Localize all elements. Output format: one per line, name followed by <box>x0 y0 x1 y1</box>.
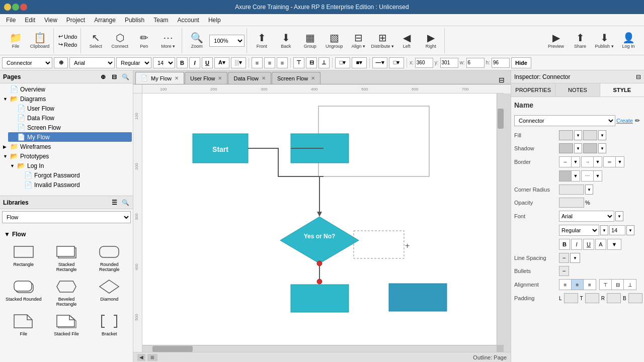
zoom-btn[interactable]: 🔍 Zoom <box>185 29 208 52</box>
pages-item-wireframes[interactable]: ▶ 📁 Wireframes <box>1 142 132 151</box>
align-center-btn[interactable]: ≡ <box>264 57 275 68</box>
shadow-arrow-2[interactable]: ▼ <box>598 143 606 153</box>
border-dash-arrow[interactable]: ▼ <box>594 171 602 181</box>
login-btn[interactable]: 👤 Log In <box>617 29 640 52</box>
canvas-menu-btn[interactable]: ⊟ <box>497 76 507 84</box>
padding-t-input[interactable] <box>585 293 599 303</box>
italic-btn[interactable]: I <box>189 57 200 68</box>
menu-view[interactable]: View <box>40 16 61 25</box>
publish-btn[interactable]: ⬇ Publish ▾ <box>593 29 616 52</box>
corner-radius-arrow[interactable]: ▼ <box>585 185 593 195</box>
pages-item-overview[interactable]: 📄 Overview <box>1 84 132 94</box>
highlight-btn[interactable]: ░▾ <box>231 57 246 68</box>
bullets-btn[interactable]: − <box>559 266 569 276</box>
valign-bottom-btn[interactable]: ⊥ <box>318 57 330 68</box>
ungroup-btn[interactable]: ▧ Ungroup <box>323 29 346 52</box>
x-input[interactable] <box>415 58 433 68</box>
scrollbar-h-thumb[interactable] <box>152 346 193 352</box>
align-mid-inspector[interactable]: ⊟ <box>612 280 624 290</box>
minimize-btn[interactable] <box>4 4 11 11</box>
inspector-tab-style[interactable]: STYLE <box>600 83 644 97</box>
inspector-tab-properties[interactable]: PROPERTIES <box>511 83 555 97</box>
shape-file[interactable]: File <box>3 311 44 338</box>
select-btn[interactable]: ↖ Select <box>84 29 107 52</box>
tab-close-screen-flow[interactable]: ✕ <box>311 75 315 81</box>
fill-swatch-2[interactable] <box>583 130 597 140</box>
shape-bracket[interactable]: Bracket <box>89 311 130 338</box>
lib-menu-icon[interactable]: ☰ <box>110 198 119 207</box>
font-size-arrow[interactable]: ▼ <box>626 225 634 235</box>
pages-add-icon[interactable]: ⊕ <box>99 72 108 81</box>
inspector-bold-btn[interactable]: B <box>559 239 570 250</box>
fill-arrow[interactable]: ▼ <box>574 130 582 140</box>
font-style-arrow[interactable]: ▼ <box>600 225 608 235</box>
menu-arrange[interactable]: Arrange <box>90 16 120 25</box>
line-style-btn[interactable]: —▾ <box>372 57 387 68</box>
bold-btn[interactable]: B <box>177 57 188 68</box>
canvas-main[interactable]: Start <box>142 94 504 352</box>
border-color-swatch[interactable] <box>559 171 572 181</box>
w-input[interactable] <box>466 58 485 68</box>
pages-item-screen-flow[interactable]: 📄 Screen Flow <box>8 123 132 132</box>
tab-close-user-flow[interactable]: ✕ <box>218 75 222 81</box>
shape-beveled-rectangle[interactable]: Beveled Rectangle <box>46 276 87 309</box>
menu-account[interactable]: Account <box>174 16 203 25</box>
scrollbar-v[interactable] <box>497 94 504 345</box>
preview-btn[interactable]: ▶ Preview <box>544 29 568 52</box>
valign-top-btn[interactable]: ⊤ <box>293 57 304 68</box>
opacity-input[interactable] <box>559 198 584 208</box>
fill-color-btn[interactable]: ■▾ <box>352 57 367 68</box>
border-type-arrow[interactable]: ▼ <box>572 157 580 167</box>
padding-r-input[interactable] <box>607 293 621 303</box>
shadow-arrow[interactable]: ▼ <box>574 143 582 153</box>
shadow-swatch-2[interactable] <box>583 143 597 153</box>
tab-close-my-flow[interactable]: ✕ <box>175 75 179 81</box>
menu-team[interactable]: Team <box>149 16 172 25</box>
fill-arrow-2[interactable]: ▼ <box>598 130 606 140</box>
pages-item-login[interactable]: ▼ 📂 Log In <box>8 161 132 170</box>
shape-stacked-rounded[interactable]: Stacked Rounded <box>3 276 44 309</box>
file-btn[interactable]: 📁 File <box>4 29 27 52</box>
tab-data-flow[interactable]: Data Flow ✕ <box>228 72 271 84</box>
scrollbar-v-thumb[interactable] <box>498 109 504 129</box>
inspector-font-color-btn[interactable]: ▼ <box>607 239 621 250</box>
style-copy-btn[interactable]: ⊕ <box>54 57 68 68</box>
valign-mid-btn[interactable]: ⊟ <box>306 57 317 68</box>
front-btn[interactable]: ⬆ Front <box>250 29 273 52</box>
align-bottom-inspector[interactable]: ⊥ <box>624 280 636 290</box>
redo-btn[interactable]: ↪ Redo <box>57 41 78 48</box>
zoom-select[interactable]: 100%75%50%150% <box>209 35 245 47</box>
lib-search-icon[interactable]: 🔍 <box>121 198 130 207</box>
border-color-btn[interactable]: □▾ <box>335 57 350 68</box>
align-right-btn[interactable]: ≡ <box>277 57 288 68</box>
pages-item-diagrams[interactable]: ▼ 📂 Diagrams <box>1 94 132 104</box>
pages-search-icon[interactable]: 🔍 <box>121 72 130 81</box>
fill-swatch[interactable] <box>559 130 573 140</box>
border-color-arrow[interactable]: ▼ <box>572 171 580 181</box>
create-link[interactable]: Create <box>616 118 633 124</box>
font-style-select[interactable]: RegularBoldItalic <box>116 57 151 68</box>
tab-user-flow[interactable]: User Flow ✕ <box>185 72 228 84</box>
font-family-select[interactable]: ArialTimes New RomanHelvetica <box>69 57 115 68</box>
widget-type-select[interactable]: Connector Rectangle Diamond <box>2 57 52 68</box>
shape-rounded-rectangle[interactable]: Rounded Rectangle <box>89 241 130 274</box>
tab-screen-flow[interactable]: Screen Flow ✕ <box>272 72 320 84</box>
pages-item-invalid-password[interactable]: 📄 Invalid Password <box>15 180 132 190</box>
shape-diamond[interactable]: Diamond <box>89 276 130 309</box>
align-btn[interactable]: ⊟ Align ▾ <box>347 29 370 52</box>
pages-item-data-flow[interactable]: 📄 Data Flow <box>8 113 132 123</box>
menu-help[interactable]: Help <box>204 16 225 25</box>
shape-stacked-file[interactable]: Stacked File <box>46 311 87 338</box>
font-style-inspector-select[interactable]: RegularBoldItalic <box>559 225 599 236</box>
menu-edit[interactable]: Edit <box>21 16 39 25</box>
undo-btn[interactable]: ↩ Undo <box>57 33 78 40</box>
border-end-btn[interactable]: → <box>582 157 594 167</box>
inspector-italic-btn[interactable]: I <box>571 239 582 250</box>
align-left-btn[interactable]: ≡ <box>252 57 263 68</box>
connect-btn[interactable]: ⬡ Connect <box>108 29 131 52</box>
hide-btn[interactable]: Hide <box>511 57 531 68</box>
close-btn[interactable] <box>20 4 27 11</box>
h-input[interactable] <box>492 58 510 68</box>
font-family-inspector-select[interactable]: Arial <box>559 211 614 222</box>
padding-l-input[interactable] <box>564 293 578 303</box>
